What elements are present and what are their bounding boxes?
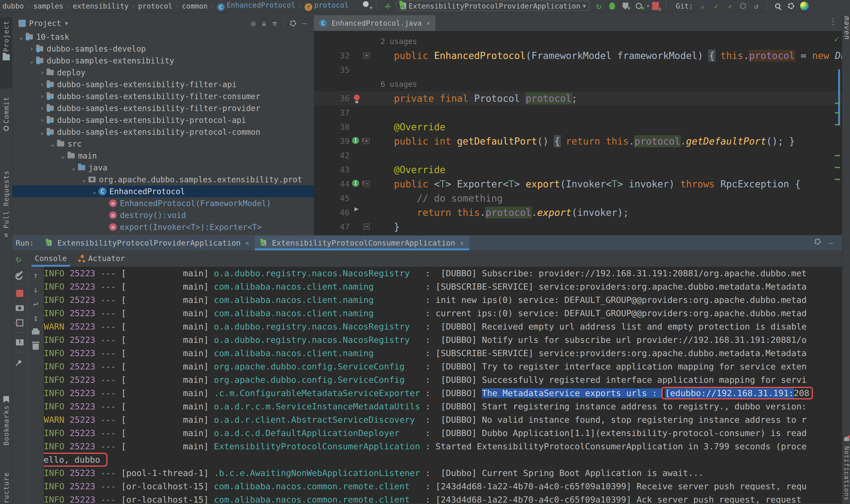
code-line-39[interactable]: 39I+ public int getDefaultPort() { retur…: [314, 134, 842, 148]
chevron-right-icon[interactable]: ›: [38, 81, 46, 88]
git-commit-button[interactable]: ✓: [711, 1, 722, 11]
code-line-36[interactable]: 36 private final Protocol protocol;: [314, 91, 842, 106]
console-output[interactable]: INFO 25223 --- [main] o.a.dubbo.registry…: [44, 267, 842, 504]
console-line[interactable]: INFO 25223 --- [main] o.a.dubbo.registry…: [44, 333, 842, 347]
console-line[interactable]: WARN 25223 --- [main] o.a.d.r.client.Abs…: [44, 413, 842, 427]
hide-panel-button[interactable]: —: [302, 19, 307, 28]
tab-console[interactable]: Console: [29, 250, 73, 267]
rerun-button[interactable]: ↻: [594, 1, 604, 11]
thread-dump-button[interactable]: [15, 303, 25, 313]
pin-tab-button[interactable]: [15, 357, 25, 367]
stop-button[interactable]: [15, 288, 25, 299]
tree-item-dubbo-samples-extensibility[interactable]: ⌄dubbo-samples-extensibility: [12, 55, 314, 67]
gear-icon[interactable]: [290, 20, 296, 26]
tree-item-enhancedprotocol-frameworkmodel-[interactable]: mEnhancedProtocol(FrameworkModel): [12, 197, 314, 209]
scroll-to-end-button[interactable]: ↧: [31, 313, 41, 323]
close-icon[interactable]: ✕: [245, 239, 249, 247]
git-update-button[interactable]: ↙: [698, 1, 708, 11]
console-line[interactable]: INFO 25223 --- [main] com.alibaba.nacos.…: [44, 280, 842, 293]
chevron-down-icon[interactable]: ⌄: [80, 176, 88, 183]
expand-all-button[interactable]: ⇊: [262, 19, 266, 28]
code-line-37[interactable]: 37: [314, 106, 842, 120]
tree-item-destroy-void[interactable]: mdestroy():void: [12, 209, 314, 221]
fold-toggle[interactable]: −: [364, 181, 370, 187]
profiler-button[interactable]: ▶ ▼: [634, 1, 644, 11]
debug-bug-button[interactable]: [607, 1, 617, 11]
tab-actuator[interactable]: Actuator: [73, 250, 130, 267]
restore-layout-button[interactable]: [15, 318, 25, 328]
console-line[interactable]: INFO 25223 --- [or-localhost-15] com.ali…: [44, 480, 842, 493]
run-tab-consumer[interactable]: ExtensibilityProtocolConsumerApplication…: [255, 236, 469, 250]
tree-item-org-apache-dubbo-samples-extensibility-prot[interactable]: ⌄org.apache.dubbo.samples.extensibility.…: [12, 174, 314, 185]
tree-item-deploy[interactable]: ›deploy: [12, 67, 314, 78]
git-history-button[interactable]: [738, 1, 748, 11]
toolwindow-button-notifications[interactable]: Notifications: [843, 446, 850, 502]
layout-settings-button[interactable]: [15, 337, 25, 347]
locate-file-button[interactable]: ◎: [251, 19, 255, 28]
tree-item-dubbo-samples-extensibility-filter-api[interactable]: ›dubbo-samples-extensibility-filter-api: [12, 78, 314, 90]
code-line-42[interactable]: 42: [314, 148, 842, 163]
chevron-right-icon[interactable]: ›: [38, 105, 46, 112]
tree-item-src[interactable]: ⌄src: [12, 138, 314, 150]
chevron-down-icon[interactable]: ⌄: [38, 128, 46, 136]
code-view[interactable]: 2 usages32+ public EnhancedProtocol(Fram…: [314, 31, 842, 234]
breadcrumb-item[interactable]: protocol: [138, 2, 173, 10]
chevron-right-icon[interactable]: ›: [38, 69, 46, 76]
code-line-38[interactable]: 38 @Override: [314, 120, 842, 134]
down-stacktrace-button[interactable]: ↓: [31, 284, 41, 295]
usages-hint-row[interactable]: 6 usages: [314, 77, 842, 91]
tree-item-10-task[interactable]: ⌄10-task: [12, 31, 314, 43]
tree-item-getdefaultport-int[interactable]: mgetDefaultPort():int: [12, 233, 314, 235]
overrides-method-icon[interactable]: I: [352, 180, 359, 187]
chevron-down-icon[interactable]: ⌄: [28, 57, 36, 64]
git-push-button[interactable]: ↗: [724, 1, 735, 11]
usages-hint-row[interactable]: 2 usages: [314, 34, 842, 49]
gear-icon[interactable]: [815, 238, 821, 245]
code-line-44[interactable]: 44I− public <T> Exporter<T> export(Invok…: [314, 177, 842, 191]
edit-configuration-button[interactable]: [15, 269, 25, 279]
code-line-32[interactable]: 32+ public EnhancedProtocol(FrameworkMod…: [314, 49, 842, 63]
tree-item-dubbo-samples-develop[interactable]: ›dubbo-samples-develop: [12, 43, 314, 55]
code-line-35[interactable]: 35: [314, 63, 842, 77]
code-line-47[interactable]: 47− }: [314, 220, 842, 234]
editor-scrollbar-thumb[interactable]: [838, 69, 840, 124]
up-stacktrace-button[interactable]: ↑: [31, 270, 41, 281]
clear-console-button[interactable]: [31, 341, 41, 352]
settings-button[interactable]: [786, 1, 796, 11]
console-line[interactable]: INFO 25223 --- [main] o.a.d.r.c.m.Servic…: [44, 400, 842, 413]
toolwindow-button-structure[interactable]: Structure: [0, 469, 12, 504]
console-line[interactable]: WARN 25223 --- [main] o.a.dubbo.registry…: [44, 320, 842, 333]
run-configuration-select[interactable]: ExtensibilityProtocolProviderApplication…: [396, 1, 590, 11]
console-line[interactable]: INFO 25223 --- [main] o.a.dubbo.registry…: [44, 267, 842, 280]
chevron-right-icon[interactable]: ›: [38, 93, 46, 100]
close-icon[interactable]: ✕: [460, 239, 464, 247]
profile-sphere-button[interactable]: [799, 1, 810, 11]
tree-item-dubbo-samples-extensibility-protocol-common[interactable]: ⌄dubbo-samples-extensibility-protocol-co…: [12, 126, 314, 138]
toolwindow-button-bookmarks[interactable]: Bookmarks: [0, 393, 12, 466]
code-line-43[interactable]: 43 @Override: [314, 163, 842, 177]
build-hammer-button[interactable]: ⚒: [380, 0, 394, 13]
console-line[interactable]: INFO 25223 --- [main] ExtensibilityProto…: [44, 440, 842, 453]
chevron-right-icon[interactable]: ›: [28, 45, 36, 52]
breadcrumb-class[interactable]: CEnhancedProtocol: [217, 1, 295, 11]
code-line-45[interactable]: 45 // do something: [314, 191, 842, 205]
tree-item-dubbo-samples-extensibility-filter-consumer[interactable]: ›dubbo-samples-extensibility-filter-cons…: [12, 90, 314, 102]
console-line[interactable]: INFO 25223 --- [main] org.apache.dubbo.c…: [44, 373, 842, 386]
lightbulb-icon[interactable]: [354, 95, 359, 100]
print-button[interactable]: [31, 327, 41, 338]
toolwindow-button-commit[interactable]: Commit: [0, 93, 12, 160]
tree-item-enhancedprotocol[interactable]: ⌄CEnhancedProtocol: [12, 185, 314, 197]
console-line[interactable]: INFO 25223 --- [main] com.alibaba.nacos.…: [44, 307, 842, 320]
toolwindow-button-pull-requests[interactable]: Pull Requests ⇅: [0, 167, 12, 257]
tree-item-dubbo-samples-extensibility-filter-provider[interactable]: ›dubbo-samples-extensibility-filter-prov…: [12, 102, 314, 114]
user-menu-button[interactable]: ▼: [360, 1, 371, 11]
code-line-46[interactable]: 46▶ return this.protocol.export(invoker)…: [314, 205, 842, 220]
console-line[interactable]: INFO 25223 --- [main] com.alibaba.nacos.…: [44, 293, 842, 307]
tree-item-java[interactable]: ⌄java: [12, 162, 314, 174]
breadcrumb-field[interactable]: fprotocol: [305, 1, 349, 11]
chevron-down-icon[interactable]: ⌄: [90, 188, 99, 195]
git-rollback-button[interactable]: ↺: [751, 1, 762, 11]
run-tab-provider[interactable]: ExtensibilityProtocolProviderApplication…: [40, 236, 255, 250]
chevron-down-icon[interactable]: ▼: [65, 20, 68, 26]
close-icon[interactable]: ✕: [426, 19, 430, 26]
